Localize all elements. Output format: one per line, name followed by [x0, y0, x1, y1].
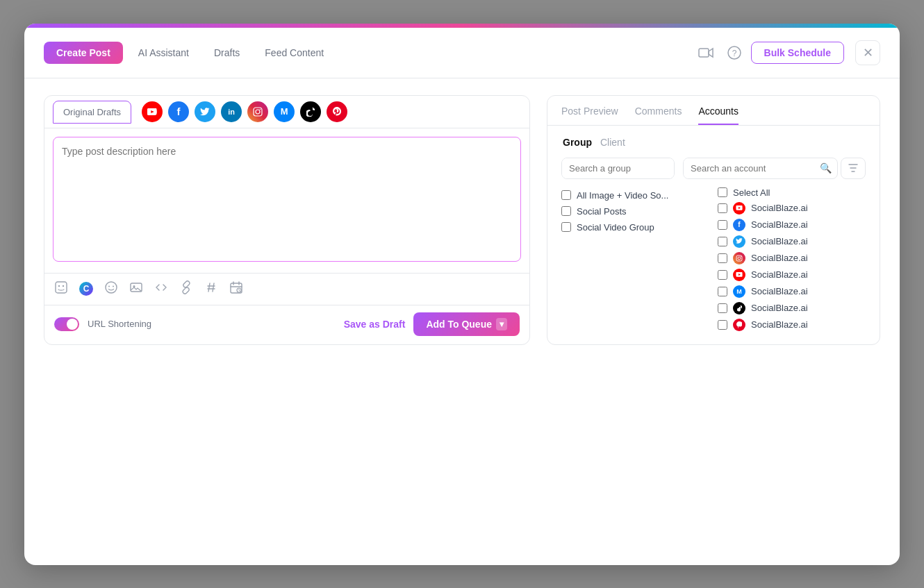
- instagram-icon[interactable]: [247, 101, 268, 122]
- close-button[interactable]: ✕: [855, 40, 880, 65]
- svg-point-17: [738, 257, 741, 260]
- help-icon-button[interactable]: ?: [723, 42, 745, 64]
- group-label-0: All Image + Video So...: [577, 190, 668, 201]
- bulk-schedule-button[interactable]: Bulk Schedule: [751, 42, 844, 64]
- svg-point-5: [260, 108, 261, 110]
- account-platform-icon-2: [733, 235, 745, 248]
- tab-comments[interactable]: Comments: [635, 96, 682, 125]
- account-checkbox-1[interactable]: [718, 220, 727, 230]
- tab-feed-content[interactable]: Feed Content: [255, 42, 333, 64]
- right-panel: Post Preview Comments Accounts Group Cli…: [547, 95, 880, 345]
- create-post-button[interactable]: Create Post: [44, 42, 123, 64]
- svg-point-11: [113, 285, 114, 287]
- svg-point-7: [58, 285, 60, 286]
- save-draft-button[interactable]: Save as Draft: [344, 319, 406, 330]
- youtube-icon[interactable]: [142, 101, 163, 122]
- account-item-7: SocialBlaze.ai: [718, 319, 866, 331]
- account-item-6: SocialBlaze.ai: [718, 302, 866, 314]
- account-checkbox-3[interactable]: [718, 253, 727, 263]
- tab-post-preview[interactable]: Post Preview: [561, 96, 618, 125]
- account-checkbox-4[interactable]: [718, 270, 727, 280]
- filter-row: Group Client: [561, 137, 866, 148]
- svg-text:?: ?: [732, 49, 736, 58]
- select-all-checkbox[interactable]: [718, 187, 727, 197]
- group-checkbox-0[interactable]: [561, 190, 571, 200]
- account-filter-button[interactable]: [841, 158, 866, 179]
- group-search-input[interactable]: [562, 158, 675, 178]
- drafts-tabs: Original Drafts f in: [44, 96, 529, 128]
- account-platform-icon-5: M: [733, 285, 745, 298]
- code-icon[interactable]: [154, 280, 168, 298]
- tab-accounts[interactable]: Accounts: [698, 96, 739, 125]
- add-queue-label: Add To Queue: [426, 319, 492, 330]
- svg-point-10: [108, 285, 110, 287]
- modal-body: Original Drafts f in: [24, 78, 900, 362]
- emoji-icon[interactable]: [104, 280, 118, 298]
- url-shortening-toggle[interactable]: [54, 317, 79, 331]
- account-search-button[interactable]: 🔍: [814, 162, 837, 174]
- group-label-2: Social Video Group: [577, 222, 654, 233]
- modal-header: Create Post AI Assistant Drafts Feed Con…: [24, 28, 900, 78]
- svg-point-4: [256, 110, 260, 114]
- url-shortening-label: URL Shortening: [88, 319, 151, 329]
- pinterest-icon[interactable]: [327, 101, 347, 122]
- modal: Create Post AI Assistant Drafts Feed Con…: [24, 24, 900, 565]
- group-label-1: Social Posts: [577, 206, 627, 217]
- filter-group-button[interactable]: Group: [561, 137, 593, 148]
- image-icon[interactable]: [129, 280, 143, 298]
- account-checkbox-6[interactable]: [718, 303, 727, 313]
- group-list: All Image + Video So... Social Posts Soc…: [561, 190, 709, 331]
- account-label-4: SocialBlaze.ai: [751, 269, 808, 280]
- add-queue-chevron[interactable]: ▾: [496, 318, 507, 330]
- group-checkbox-2[interactable]: [561, 222, 571, 232]
- original-drafts-tab[interactable]: Original Drafts: [53, 101, 131, 124]
- right-tabs: Post Preview Comments Accounts: [547, 96, 880, 126]
- account-item-2: SocialBlaze.ai: [718, 235, 866, 248]
- account-list-wrapper: Select All SocialBlaze.ai f So: [718, 187, 866, 331]
- account-checkbox-0[interactable]: [718, 203, 727, 213]
- account-checkbox-2[interactable]: [718, 237, 727, 246]
- post-textarea[interactable]: [53, 137, 521, 262]
- add-to-queue-button[interactable]: Add To Queue ▾: [413, 312, 520, 336]
- tab-ai-assistant[interactable]: AI Assistant: [129, 42, 199, 64]
- linkedin-icon[interactable]: in: [221, 101, 242, 122]
- link-icon[interactable]: [179, 280, 193, 298]
- svg-rect-3: [254, 108, 262, 116]
- meta-icon[interactable]: M: [274, 101, 295, 122]
- group-search-box: 🔍: [561, 158, 675, 179]
- account-search-box: 🔍: [683, 158, 838, 179]
- account-platform-icon-3: [733, 252, 745, 264]
- tab-drafts[interactable]: Drafts: [204, 42, 249, 64]
- filter-client-button[interactable]: Client: [599, 137, 627, 148]
- account-platform-icon-1: f: [733, 219, 745, 231]
- svg-point-9: [106, 282, 117, 293]
- camera-icon-button[interactable]: [694, 43, 718, 62]
- canva-icon[interactable]: C: [79, 282, 93, 296]
- account-label-0: SocialBlaze.ai: [751, 203, 808, 213]
- account-checkbox-5[interactable]: [718, 287, 727, 296]
- calendar-icon[interactable]: [229, 280, 243, 298]
- twitter-icon[interactable]: [195, 101, 215, 122]
- tiktok-icon[interactable]: [300, 101, 321, 122]
- facebook-icon[interactable]: f: [168, 101, 189, 122]
- svg-rect-0: [699, 49, 709, 57]
- account-list: SocialBlaze.ai f SocialBlaze.ai SocialBl…: [718, 202, 866, 331]
- svg-rect-6: [56, 282, 67, 293]
- account-item-0: SocialBlaze.ai: [718, 202, 866, 215]
- left-panel: Original Drafts f in: [44, 95, 530, 345]
- account-label-7: SocialBlaze.ai: [751, 319, 808, 330]
- account-search-input[interactable]: [684, 158, 814, 178]
- select-all-row: Select All: [718, 187, 866, 198]
- svg-point-18: [741, 255, 741, 256]
- account-label-6: SocialBlaze.ai: [751, 303, 808, 313]
- hashtag-icon[interactable]: [204, 280, 218, 298]
- toolbar-icons: C: [44, 273, 529, 305]
- account-platform-icon-7: [733, 319, 745, 331]
- account-label-1: SocialBlaze.ai: [751, 219, 808, 230]
- sticker-icon[interactable]: [54, 280, 68, 298]
- account-checkbox-7[interactable]: [718, 320, 727, 330]
- footer-row: URL Shortening Save as Draft Add To Queu…: [44, 305, 529, 343]
- account-label-5: SocialBlaze.ai: [751, 286, 808, 296]
- right-body: Group Client 🔍 🔍: [547, 126, 880, 342]
- group-checkbox-1[interactable]: [561, 206, 571, 216]
